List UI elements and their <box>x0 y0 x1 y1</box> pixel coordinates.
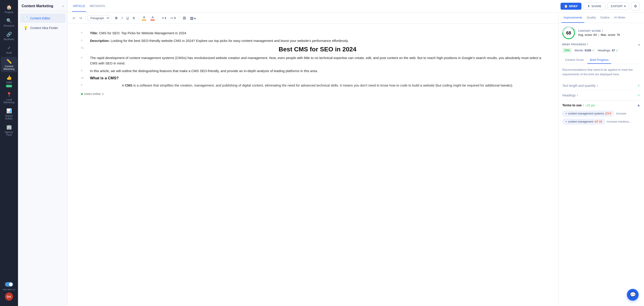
sidebar-item-label: Backlinks <box>4 38 14 41</box>
redo-button[interactable]: ↪ <box>78 15 84 21</box>
headings-check: ✓ <box>616 48 619 53</box>
right-panel: Improvements Quality Outline AI Writer 6… <box>558 13 644 306</box>
rp-tab-improvements[interactable]: Improvements <box>562 13 584 23</box>
rp-subtabs: Content Score Brief Progress <box>562 56 640 64</box>
term-row-2: + content management 4/7-10 Increase men… <box>562 118 640 126</box>
local-marketing-icon: 📍 <box>6 92 12 97</box>
nav-panel: Content Marketing ‹ 📄 Content Editor 💡 C… <box>18 0 68 306</box>
smm-icon: 👍 <box>6 75 12 80</box>
topbar: ARTICLE METADATA 📋 BRIEF ⬆ SHARE EXPORT … <box>68 0 644 13</box>
paragraph-select[interactable]: Paragraph <box>88 15 110 21</box>
terms-collapse-arrow[interactable]: ▲ <box>637 103 640 107</box>
collapse-button[interactable]: ‹ <box>62 4 64 8</box>
highlight-button[interactable]: A <box>140 15 148 22</box>
backlinks-icon: 🔗 <box>6 32 12 37</box>
toolbar-divider <box>86 16 86 20</box>
rp-tab-quality[interactable]: Quality <box>584 13 598 23</box>
content-score-row: 68 CONTENT SCORE ℹ Avg. score: 64 | Max.… <box>562 27 640 39</box>
rp-subtab-brief-progress[interactable]: Brief Progress <box>587 56 611 64</box>
brief-percentage: 76% <box>562 48 572 53</box>
h3-line: h3 What is a CMS? <box>81 76 545 80</box>
strikethrough-button[interactable]: S <box>131 15 136 21</box>
italic-button[interactable]: I <box>120 15 124 21</box>
brief-collapse-arrow[interactable]: ▲ <box>638 43 640 46</box>
sidebar-item-report-builder[interactable]: 📊 Report Builder <box>1 106 17 122</box>
report-builder-icon: 📊 <box>6 108 12 114</box>
brief-progress-label: BRIEF PROGRESS <box>562 43 586 46</box>
rp-tab-outline[interactable]: Outline <box>598 13 612 23</box>
home-icon: 🏠 <box>6 5 12 10</box>
toolbar-divider-2 <box>112 16 112 20</box>
rp-subtab-content-score[interactable]: Content Score <box>562 56 586 64</box>
export-button[interactable]: EXPORT ▾ <box>608 3 629 10</box>
term-tag-2[interactable]: + content management 4/7-10 <box>562 119 605 124</box>
research-icon: 🔍 <box>6 18 12 24</box>
right-panel-tabs: Improvements Quality Outline AI Writer <box>559 13 644 23</box>
sidebar-item-audit[interactable]: ✓ Audit <box>1 43 17 56</box>
format-button[interactable]: ⊞ <box>181 15 188 22</box>
plus-icon: + <box>565 112 567 115</box>
text-length-check: ✓ <box>638 84 640 88</box>
sidebar-item-backlinks[interactable]: 🔗 Backlinks <box>1 30 17 42</box>
plus-icon-2: + <box>565 120 567 123</box>
brief-progress-section: BRIEF PROGRESS ℹ ▲ 76% Words: 5109 ✓ Hea… <box>562 43 640 53</box>
sidebar-item-label: Local Marketing <box>2 98 16 104</box>
avatar[interactable]: DA <box>5 292 13 300</box>
toolbar-divider-3 <box>138 16 138 20</box>
sidebar-item-local-marketing[interactable]: 📍 Local Marketing <box>1 90 17 105</box>
text-color-button[interactable]: A <box>149 15 156 22</box>
list-button[interactable]: ≔ ▾ <box>169 15 178 21</box>
p3-line: p A CMS is a software that simplifies th… <box>81 83 545 88</box>
undo-button[interactable]: ↩ <box>71 15 77 21</box>
audit-icon: ✓ <box>7 45 11 51</box>
editor-content[interactable]: p Title: CMS for SEO: Top Picks for Webs… <box>68 24 558 306</box>
brief-icon: 📋 <box>564 5 568 8</box>
words-check: ✓ <box>592 48 595 53</box>
check-item-headings: Headings ℹ ✓ <box>562 91 640 100</box>
beta-badge: Beta <box>6 85 12 87</box>
right-panel-content: 68 CONTENT SCORE ℹ Avg. score: 64 | Max.… <box>559 23 644 306</box>
nav-title: Content Marketing <box>22 4 53 8</box>
sidebar-item-label: Audit <box>6 51 12 54</box>
sidebar-item-research[interactable]: 🔍 Research <box>1 16 17 29</box>
term-row-1: + content management systems 2/3-5 Incre… <box>562 109 640 118</box>
sidebar-item-smm[interactable]: 👍 SMM Beta <box>1 73 17 89</box>
chat-icon: 💬 <box>630 292 636 298</box>
content-marketing-icon: ✏️ <box>6 59 12 64</box>
headings-item-check: ✓ <box>638 93 640 97</box>
content-editor-icon: 📄 <box>24 16 28 20</box>
sidebar-item-projects[interactable]: 🏠 Projects <box>1 3 17 15</box>
sidebar-item-label: Agency Pack <box>2 131 16 136</box>
terms-header: Terms to use ℹ +22 pts ▲ <box>562 100 640 109</box>
nav-item-label: Content Editor <box>30 17 50 20</box>
nav-header: Content Marketing ‹ <box>18 0 67 11</box>
editor-container: ↩ ↪ Paragraph B I U S A <box>68 13 558 306</box>
tab-metadata[interactable]: METADATA <box>89 1 106 12</box>
sidebar-item-label: Research <box>4 24 14 27</box>
main: ARTICLE METADATA 📋 BRIEF ⬆ SHARE EXPORT … <box>68 0 644 306</box>
nav-item-content-editor[interactable]: 📄 Content Editor <box>20 14 66 23</box>
rp-tab-ai-writer[interactable]: AI Writer <box>612 13 628 23</box>
underline-button[interactable]: U <box>125 15 130 21</box>
chat-bubble[interactable]: 💬 <box>627 289 638 300</box>
nav-item-content-idea-finder[interactable]: 💡 Content Idea Finder <box>20 23 66 33</box>
sidebar-item-agency-pack[interactable]: 🏢 Agency Pack <box>1 123 17 138</box>
nav-item-label: Content Idea Finder <box>30 26 58 30</box>
brief-description: Recommendations that need to be applied … <box>562 68 640 76</box>
toolbar: ↩ ↪ Paragraph B I U S A <box>68 13 558 24</box>
sidebar-item-content-marketing[interactable]: ✏️ Content Marketing <box>1 57 17 72</box>
term-tag-1[interactable]: + content management systems 2/3-5 <box>562 111 614 116</box>
agency-pack-icon: 🏢 <box>6 124 12 130</box>
idea-finder-icon: 💡 <box>24 26 28 30</box>
toggle-label: New Menu UI <box>3 288 15 291</box>
align-button[interactable]: ≡ ▾ <box>160 15 168 21</box>
image-button[interactable]: 🖼 ▾ <box>188 16 197 21</box>
brief-button[interactable]: 📋 BRIEF <box>560 3 582 10</box>
bold-button[interactable]: B <box>114 15 119 21</box>
share-button[interactable]: ⬆ SHARE <box>584 3 605 10</box>
tab-article[interactable]: ARTICLE <box>72 1 86 12</box>
headings-info: ℹ <box>577 94 578 97</box>
content-score-label: CONTENT SCORE <box>578 30 601 32</box>
new-menu-toggle[interactable] <box>5 282 13 287</box>
settings-button[interactable]: ⚙ <box>632 2 640 10</box>
